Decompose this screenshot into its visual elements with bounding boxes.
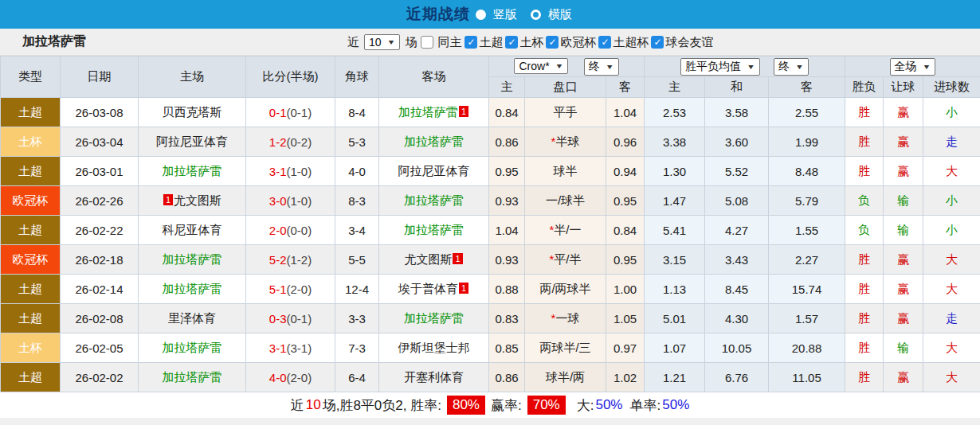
chevron-down-icon: ▼ [747,63,755,71]
result-outcome: 胜 [858,135,870,148]
avg-time-value: 终 [778,60,790,74]
col-header-away: 客场 [379,57,489,98]
half-time-score: (0-0) [287,224,312,237]
away-team-name[interactable]: 阿拉尼亚体育 [398,164,470,177]
match-date: 26-02-02 [75,371,123,384]
league-checkbox[interactable]: ✓ [546,36,559,49]
result-goals: 大 [946,341,958,354]
avg-lose-odds: 2.27 [769,245,845,275]
period-select[interactable]: 全场▼ [890,58,936,76]
league-checkbox[interactable]: ✓ [598,36,611,49]
handicap-rate-badge: 70% [527,396,566,415]
odds-value: 3.43 [725,253,748,267]
result-goals: 走 [946,311,958,325]
odds-value: 1.05 [613,312,637,326]
odds-value: 1.04 [495,224,518,237]
odds-value: 1.00 [613,283,637,296]
col-header-type: 类型 [1,57,61,98]
horizontal-radio-label[interactable]: 横版 [548,7,572,22]
home-team-name[interactable]: 加拉塔萨雷 [163,282,222,295]
away-team-name[interactable]: 尤文图斯 [404,252,452,266]
league-checkbox[interactable]: ✓ [505,36,518,49]
type-cell: 土杯 [1,333,61,363]
result-outcome: 胜 [858,370,870,384]
match-date: 26-02-22 [75,224,123,237]
league-checkbox[interactable]: ✓ [465,36,477,49]
away-team-name[interactable]: 加拉塔萨雷 [398,105,458,119]
same-home-checkbox[interactable] [421,36,433,49]
result-goals-cell: 小 [923,186,980,216]
horizontal-radio-icon[interactable] [531,10,541,20]
result-goals-cell: 大 [923,275,980,304]
home-team-name[interactable]: 阿拉尼亚体育 [156,135,228,148]
result-goals: 小 [946,105,958,119]
league-checkbox[interactable]: ✓ [651,36,664,49]
away-team-name[interactable]: 伊斯坦堡士邦 [398,341,470,354]
home-team-name[interactable]: 尤文图斯 [174,193,221,207]
result-handicap-cell: 赢 [884,127,923,157]
odds-value: 2.53 [663,106,686,119]
subheader-avg-win: 主 [645,77,705,98]
result-outcome-cell: 胜 [845,157,884,186]
vertical-radio-label[interactable]: 竖版 [493,7,517,22]
results-tbody: 土超26-03-08贝西克塔斯0-1(0-1)8-4加拉塔萨雷10.84平手1.… [1,98,980,392]
corner-count: 6-4 [348,371,366,384]
result-outcome-cell: 胜 [845,98,884,127]
competition-label: 欧冠杯 [13,193,49,207]
handicap-group-header: Crow*▼ 终▼ [489,57,645,77]
home-team-name[interactable]: 加拉塔萨雷 [163,370,222,384]
away-team-name[interactable]: 加拉塔萨雷 [404,223,464,236]
handicap-time-select[interactable]: 终▼ [584,58,619,76]
home-team-name[interactable]: 加拉塔萨雷 [163,252,222,266]
corner-cell: 12-4 [335,275,379,304]
handicap-text: 球半/两 [546,370,585,384]
result-handicap: 赢 [897,135,909,148]
handicap-time-value: 终 [589,60,600,74]
odds-value: 10.05 [722,341,752,355]
half-time-score: (1-0) [287,165,312,178]
corner-count: 3-4 [348,224,366,237]
home-team-name[interactable]: 加拉塔萨雷 [163,341,222,354]
corner-count: 12-4 [345,283,369,296]
games-count-select[interactable]: 10 ▼ [364,34,400,50]
result-outcome-cell: 胜 [845,333,884,363]
home-team-name[interactable]: 科尼亚体育 [163,223,222,236]
odds-value: 1.55 [795,224,818,237]
away-team-name[interactable]: 埃于普体育 [398,282,458,295]
home-team-cell: 贝西克塔斯 [139,98,246,127]
home-team-cell: 1尤文图斯 [139,186,246,216]
vertical-radio-selected-icon[interactable] [476,10,486,20]
table-row: 土杯26-02-05加拉塔萨雷3-1(3-1)7-3伊斯坦堡士邦0.85两球半/… [1,333,980,363]
avg-lose-odds: 2.55 [769,98,845,127]
home-team-name[interactable]: 贝西克塔斯 [163,105,222,119]
handicap-away-odds: 1.05 [606,304,645,333]
type-cell: 土超 [1,304,61,333]
full-time-score: 1-2 [269,135,287,149]
away-team-name[interactable]: 开塞利体育 [404,370,464,384]
avg-odds-select[interactable]: 胜平负均值▼ [680,58,760,76]
home-team-name[interactable]: 加拉塔萨雷 [163,164,222,177]
home-team-name[interactable]: 里泽体育 [168,311,216,325]
near-label: 近 [347,35,359,50]
result-group-header: 全场▼ [845,57,980,77]
date-cell: 26-02-14 [61,275,139,304]
col-header-corner: 角球 [335,57,379,98]
handicap-line: *半球 [525,127,606,157]
away-team-name[interactable]: 加拉塔萨雷 [404,135,464,148]
bookmaker-select[interactable]: Crow*▼ [514,58,568,74]
corner-cell: 5-5 [335,245,379,275]
away-team-cell: 尤文图斯1 [379,245,489,275]
full-time-score: 0-1 [269,106,287,119]
odds-value: 0.95 [495,165,518,178]
away-team-name[interactable]: 加拉塔萨雷 [404,311,464,325]
handicap-line: 两球半/三 [525,333,606,363]
handicap-line: *一球 [525,304,606,333]
away-team-name[interactable]: 加拉塔萨雷 [404,193,464,207]
odds-value: 11.05 [792,371,821,384]
result-goals-cell: 走 [923,304,980,333]
filter-bar: 加拉塔萨雷 近 10 ▼ 场 同主 ✓土超✓土杯✓欧冠杯✓土超杯✓球会友谊 [0,29,980,56]
avg-time-select[interactable]: 终▼ [774,58,809,76]
avg-lose-odds: 5.79 [769,186,845,216]
table-row: 土超26-02-22科尼亚体育2-0(0-0)3-4加拉塔萨雷1.04*半/一0… [1,216,980,245]
odds-value: 0.83 [495,312,518,326]
